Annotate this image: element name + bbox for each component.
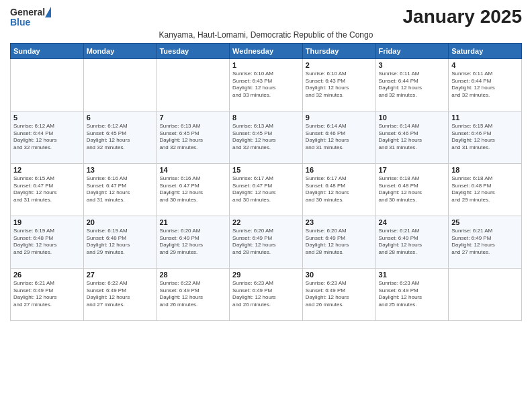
calendar-week-row: 12Sunrise: 6:15 AM Sunset: 6:47 PM Dayli… [11,163,522,216]
table-row: 3Sunrise: 6:11 AM Sunset: 6:44 PM Daylig… [375,58,449,111]
day-info: Sunrise: 6:13 AM Sunset: 6:45 PM Dayligh… [232,123,300,152]
day-number: 28 [159,271,226,279]
day-number: 15 [232,166,300,174]
calendar-week-row: 5Sunrise: 6:12 AM Sunset: 6:44 PM Daylig… [11,111,522,163]
day-number: 26 [13,271,81,279]
day-number: 9 [306,113,373,122]
table-row: 28Sunrise: 6:22 AM Sunset: 6:49 PM Dayli… [157,268,230,320]
day-info: Sunrise: 6:15 AM Sunset: 6:46 PM Dayligh… [451,123,519,152]
day-info: Sunrise: 6:10 AM Sunset: 6:43 PM Dayligh… [306,71,373,99]
day-info: Sunrise: 6:22 AM Sunset: 6:49 PM Dayligh… [87,280,154,309]
table-row: 30Sunrise: 6:23 AM Sunset: 6:49 PM Dayli… [302,268,375,320]
day-info: Sunrise: 6:20 AM Sunset: 6:49 PM Dayligh… [306,228,373,257]
table-row: 25Sunrise: 6:21 AM Sunset: 6:49 PM Dayli… [449,216,522,268]
day-info: Sunrise: 6:19 AM Sunset: 6:48 PM Dayligh… [87,228,154,257]
table-row: 2Sunrise: 6:10 AM Sunset: 6:43 PM Daylig… [302,58,375,111]
table-row: 17Sunrise: 6:18 AM Sunset: 6:48 PM Dayli… [375,163,449,216]
calendar-week-row: 1Sunrise: 6:10 AM Sunset: 6:43 PM Daylig… [11,58,522,111]
day-number: 12 [13,166,81,174]
header-friday: Friday [375,43,449,58]
day-info: Sunrise: 6:22 AM Sunset: 6:49 PM Dayligh… [159,280,226,309]
day-info: Sunrise: 6:17 AM Sunset: 6:48 PM Dayligh… [306,175,373,204]
day-number: 21 [159,218,226,226]
day-number: 4 [451,61,519,69]
day-info: Sunrise: 6:16 AM Sunset: 6:47 PM Dayligh… [159,175,226,204]
table-row: 21Sunrise: 6:20 AM Sunset: 6:49 PM Dayli… [157,216,230,268]
table-row: 26Sunrise: 6:21 AM Sunset: 6:49 PM Dayli… [11,268,84,320]
table-row: 20Sunrise: 6:19 AM Sunset: 6:48 PM Dayli… [83,216,157,268]
table-row: 6Sunrise: 6:12 AM Sunset: 6:45 PM Daylig… [83,111,157,163]
table-row: 15Sunrise: 6:17 AM Sunset: 6:47 PM Dayli… [230,163,303,216]
logo-general-text: General [10,7,45,17]
day-info: Sunrise: 6:11 AM Sunset: 6:44 PM Dayligh… [451,71,519,99]
table-row: 31Sunrise: 6:23 AM Sunset: 6:49 PM Dayli… [375,268,449,320]
day-number: 17 [379,166,446,174]
day-info: Sunrise: 6:20 AM Sunset: 6:49 PM Dayligh… [159,228,226,257]
table-row: 22Sunrise: 6:20 AM Sunset: 6:49 PM Dayli… [230,216,303,268]
header-thursday: Thursday [302,43,375,58]
logo: General Blue [10,7,51,27]
table-row: 12Sunrise: 6:15 AM Sunset: 6:47 PM Dayli… [11,163,84,216]
table-row: 19Sunrise: 6:19 AM Sunset: 6:48 PM Dayli… [11,216,84,268]
table-row: 10Sunrise: 6:14 AM Sunset: 6:46 PM Dayli… [375,111,449,163]
header-wednesday: Wednesday [230,43,303,58]
calendar-table: Sunday Monday Tuesday Wednesday Thursday… [10,43,522,321]
day-info: Sunrise: 6:19 AM Sunset: 6:48 PM Dayligh… [13,228,81,257]
day-info: Sunrise: 6:11 AM Sunset: 6:44 PM Dayligh… [379,71,446,99]
day-info: Sunrise: 6:21 AM Sunset: 6:49 PM Dayligh… [451,228,519,257]
subtitle: Kanyama, Haut-Lomami, Democratic Republi… [10,30,522,40]
day-number: 23 [306,218,373,226]
table-row: 9Sunrise: 6:14 AM Sunset: 6:46 PM Daylig… [302,111,375,163]
day-number: 25 [451,218,519,226]
table-row [449,268,522,320]
day-number: 1 [232,61,300,69]
table-row: 7Sunrise: 6:13 AM Sunset: 6:45 PM Daylig… [157,111,230,163]
day-info: Sunrise: 6:13 AM Sunset: 6:45 PM Dayligh… [159,123,226,152]
day-info: Sunrise: 6:14 AM Sunset: 6:46 PM Dayligh… [306,123,373,152]
day-info: Sunrise: 6:10 AM Sunset: 6:43 PM Dayligh… [232,71,300,99]
day-number: 29 [232,271,300,279]
day-info: Sunrise: 6:21 AM Sunset: 6:49 PM Dayligh… [13,280,81,309]
day-number: 20 [87,218,154,226]
day-info: Sunrise: 6:12 AM Sunset: 6:45 PM Dayligh… [87,123,154,152]
logo-blue-text: Blue [10,17,30,27]
day-number: 22 [232,218,300,226]
day-info: Sunrise: 6:23 AM Sunset: 6:49 PM Dayligh… [306,280,373,309]
table-row: 13Sunrise: 6:16 AM Sunset: 6:47 PM Dayli… [83,163,157,216]
table-row: 16Sunrise: 6:17 AM Sunset: 6:48 PM Dayli… [302,163,375,216]
calendar-week-row: 26Sunrise: 6:21 AM Sunset: 6:49 PM Dayli… [11,268,522,320]
day-number: 2 [306,61,373,69]
day-info: Sunrise: 6:18 AM Sunset: 6:48 PM Dayligh… [451,175,519,204]
day-number: 19 [13,218,81,226]
day-number: 7 [159,113,226,122]
header-sunday: Sunday [11,43,84,58]
calendar-week-row: 19Sunrise: 6:19 AM Sunset: 6:48 PM Dayli… [11,216,522,268]
day-info: Sunrise: 6:15 AM Sunset: 6:47 PM Dayligh… [13,175,81,204]
table-row: 4Sunrise: 6:11 AM Sunset: 6:44 PM Daylig… [449,58,522,111]
day-number: 10 [379,113,446,122]
day-info: Sunrise: 6:18 AM Sunset: 6:48 PM Dayligh… [379,175,446,204]
day-number: 11 [451,113,519,122]
header: General Blue January 2025 [10,7,522,28]
day-number: 27 [87,271,154,279]
day-number: 30 [306,271,373,279]
day-info: Sunrise: 6:17 AM Sunset: 6:47 PM Dayligh… [232,175,300,204]
table-row [83,58,157,111]
weekday-header-row: Sunday Monday Tuesday Wednesday Thursday… [11,43,522,58]
day-info: Sunrise: 6:12 AM Sunset: 6:44 PM Dayligh… [13,123,81,152]
header-monday: Monday [83,43,157,58]
table-row [11,58,84,111]
day-info: Sunrise: 6:23 AM Sunset: 6:49 PM Dayligh… [379,280,446,309]
table-row [157,58,230,111]
day-number: 18 [451,166,519,174]
day-info: Sunrise: 6:20 AM Sunset: 6:49 PM Dayligh… [232,228,300,257]
day-number: 8 [232,113,300,122]
table-row: 14Sunrise: 6:16 AM Sunset: 6:47 PM Dayli… [157,163,230,216]
day-number: 24 [379,218,446,226]
header-saturday: Saturday [449,43,522,58]
day-number: 6 [87,113,154,122]
day-info: Sunrise: 6:14 AM Sunset: 6:46 PM Dayligh… [379,123,446,152]
table-row: 8Sunrise: 6:13 AM Sunset: 6:45 PM Daylig… [230,111,303,163]
day-number: 14 [159,166,226,174]
table-row: 27Sunrise: 6:22 AM Sunset: 6:49 PM Dayli… [83,268,157,320]
